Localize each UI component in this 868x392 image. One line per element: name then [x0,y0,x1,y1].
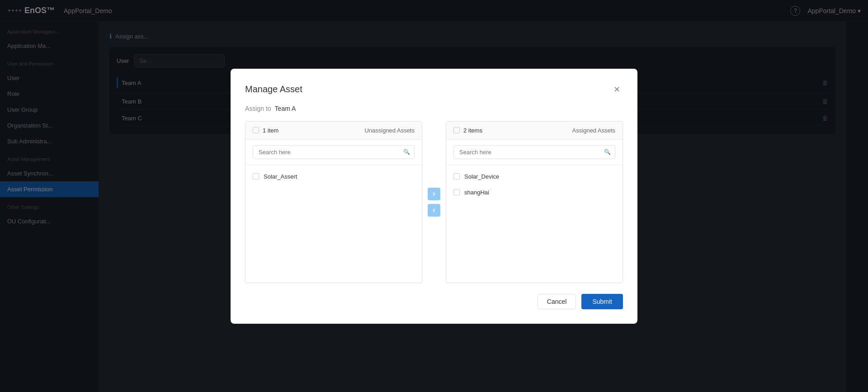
item-label: Solar_Assert [264,173,297,180]
cancel-button[interactable]: Cancel [538,294,576,309]
item-checkbox[interactable] [453,173,460,179]
unassigned-item[interactable]: Solar_Assert [245,169,422,184]
modal-header: Manage Asset ✕ [245,83,623,96]
move-right-button[interactable]: › [428,188,440,200]
assign-to-label: Assign to [245,105,271,112]
assigned-count: 2 items [463,127,569,134]
unassigned-panel: 1 item Unassigned Assets 🔍 Solar_Assert [245,121,422,283]
assign-to-row: Assign to Team A [245,105,623,112]
unassigned-count: 1 item [263,127,361,134]
modal-overlay: Manage Asset ✕ Assign to Team A 1 item U… [0,0,868,392]
item-checkbox[interactable] [253,173,259,179]
item-label: shangHai [464,189,489,196]
transfer-arrows: › ‹ [422,188,446,217]
assigned-item[interactable]: Solar_Device [446,169,623,184]
modal: Manage Asset ✕ Assign to Team A 1 item U… [231,69,637,324]
unassigned-panel-header: 1 item Unassigned Assets [245,122,422,140]
assigned-search-wrapper: 🔍 [453,145,615,159]
unassigned-search-wrap: 🔍 [245,140,422,165]
unassigned-items: Solar_Assert [245,165,422,283]
modal-footer: Cancel Submit [245,294,623,309]
assigned-title: Assigned Assets [572,127,615,134]
move-left-button[interactable]: ‹ [428,204,440,217]
submit-button[interactable]: Submit [581,294,623,309]
assigned-search-input[interactable] [453,145,615,159]
unassigned-search-wrapper: 🔍 [253,145,415,159]
assigned-search-wrap: 🔍 [446,140,623,165]
assign-to-value: Team A [275,105,296,112]
item-checkbox[interactable] [453,189,460,195]
assigned-item[interactable]: shangHai [446,184,623,200]
unassigned-search-input[interactable] [253,145,415,159]
item-label: Solar_Device [464,173,499,180]
assigned-items: Solar_Device shangHai [446,165,623,283]
unassigned-title: Unassigned Assets [364,127,415,134]
assigned-panel-header: 2 items Assigned Assets [446,122,623,140]
unassigned-select-all-checkbox[interactable] [253,127,259,133]
assigned-panel: 2 items Assigned Assets 🔍 Solar_Device [446,121,623,283]
transfer-container: 1 item Unassigned Assets 🔍 Solar_Assert [245,121,623,283]
modal-title: Manage Asset [245,84,302,94]
assigned-select-all-checkbox[interactable] [453,127,460,133]
modal-close-button[interactable]: ✕ [610,83,623,96]
